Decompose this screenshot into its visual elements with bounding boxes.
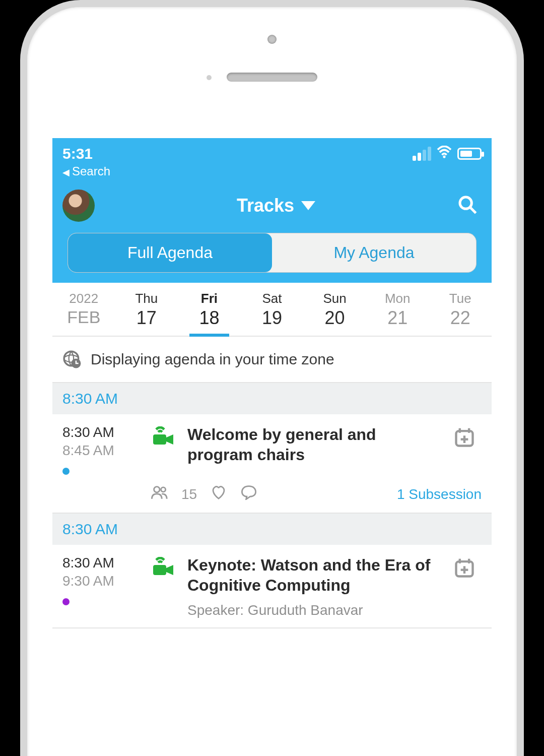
tracks-dropdown[interactable]: Tracks: [237, 195, 315, 216]
session-meta-row: 15 1 Subsession: [151, 485, 482, 503]
date-strip[interactable]: 2022 FEB Thu 17 Fri 18 Sat 19 Sun 20 Mon…: [52, 283, 492, 337]
video-stream-icon: [151, 424, 179, 475]
attendees-icon: [151, 485, 168, 503]
globe-clock-icon: [62, 350, 82, 369]
svg-rect-13: [153, 565, 166, 575]
cellular-signal-icon: [413, 147, 431, 161]
comment-icon[interactable]: [240, 485, 257, 503]
like-icon[interactable]: [210, 485, 227, 503]
date-cell-sat-19[interactable]: Sat 19: [241, 283, 304, 336]
svg-point-0: [443, 156, 445, 158]
back-label: Search: [72, 164, 110, 178]
avatar[interactable]: [62, 190, 95, 222]
time-section-header: 8:30 AM: [52, 514, 492, 545]
timezone-notice: Displaying agenda in your time zone: [52, 337, 492, 383]
search-button[interactable]: [457, 195, 478, 217]
phone-device-frame: 5:31 Search Tracks: [20, 0, 524, 756]
status-bar: 5:31: [62, 145, 482, 162]
time-section-header: 8:30 AM: [52, 383, 492, 414]
session-end: 8:45 AM: [62, 443, 143, 459]
session-times: 8:30 AM 8:45 AM: [62, 424, 143, 475]
header-title: Tracks: [237, 195, 294, 216]
add-to-calendar-button[interactable]: [453, 424, 482, 475]
track-color-dot: [62, 468, 70, 475]
status-time: 5:31: [62, 145, 93, 162]
track-color-dot: [62, 598, 70, 605]
session-title: Keynote: Watson and the Era of Cognitive…: [187, 555, 445, 595]
agenda-tabs: Full Agenda My Agenda: [67, 233, 477, 273]
svg-point-11: [154, 487, 160, 492]
session-end: 9:30 AM: [62, 573, 143, 589]
session-start: 8:30 AM: [62, 424, 143, 440]
phone-sensor-dot: [207, 75, 212, 80]
add-to-calendar-button[interactable]: [453, 555, 482, 618]
subsession-link[interactable]: 1 Subsession: [397, 486, 482, 502]
session-start: 8:30 AM: [62, 555, 143, 571]
status-indicators: [413, 145, 482, 162]
app-header: 5:31 Search Tracks: [52, 138, 492, 283]
session-times: 8:30 AM 9:30 AM: [62, 555, 143, 618]
phone-speaker: [227, 73, 317, 82]
wifi-icon: [436, 145, 452, 162]
svg-rect-5: [153, 434, 166, 445]
date-cell-thu-17[interactable]: Thu 17: [115, 283, 178, 336]
app-screen: 5:31 Search Tracks: [52, 138, 492, 756]
date-strip-month: 2022 FEB: [52, 283, 115, 336]
svg-point-1: [460, 197, 471, 209]
svg-point-12: [161, 487, 166, 492]
svg-line-2: [470, 207, 476, 213]
date-cell-sun-20[interactable]: Sun 20: [303, 283, 366, 336]
tab-my-agenda[interactable]: My Agenda: [272, 233, 476, 272]
back-to-search-link[interactable]: Search: [62, 164, 482, 178]
date-cell-fri-18[interactable]: Fri 18: [178, 283, 241, 336]
timezone-text: Displaying agenda in your time zone: [91, 351, 334, 368]
tab-full-agenda[interactable]: Full Agenda: [68, 233, 272, 272]
session-speaker: Speaker: Guruduth Banavar: [187, 602, 445, 618]
chevron-down-icon: [301, 201, 315, 210]
attendee-count: 15: [181, 486, 197, 502]
battery-icon: [457, 148, 482, 160]
session-item[interactable]: 8:30 AM 9:30 AM Keynote: Watson and the …: [52, 545, 492, 628]
session-item[interactable]: 8:30 AM 8:45 AM Welcome by general and p…: [52, 414, 492, 514]
video-stream-icon: [151, 555, 179, 618]
date-cell-tue-22[interactable]: Tue 22: [429, 283, 492, 336]
date-cell-mon-21[interactable]: Mon 21: [366, 283, 429, 336]
session-title: Welcome by general and program chairs: [187, 424, 445, 465]
phone-camera-dot: [267, 35, 277, 44]
